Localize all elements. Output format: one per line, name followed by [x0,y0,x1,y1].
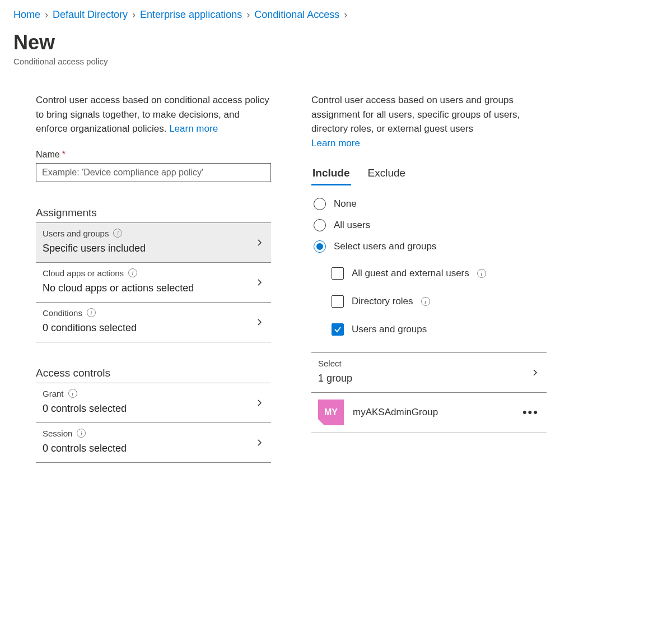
include-exclude-tabs: Include Exclude [311,164,547,185]
chevron-right-icon: › [45,9,48,21]
learn-more-link[interactable]: Learn more [169,123,218,134]
chevron-right-icon: › [246,9,250,21]
checkbox-icon [332,295,344,308]
select-summary: 1 group [318,373,540,384]
grant-item[interactable]: Grant i 0 controls selected [36,383,271,423]
grant-summary: 0 controls selected [43,403,264,415]
users-and-groups-summary: Specific users included [43,243,264,254]
chevron-right-icon: › [132,9,136,21]
breadcrumb-conditional-access[interactable]: Conditional Access [254,9,339,21]
more-icon[interactable]: ••• [522,405,539,420]
radio-select-users-groups[interactable]: Select users and groups [314,240,547,253]
radio-icon [314,240,326,253]
breadcrumb-enterprise-apps[interactable]: Enterprise applications [140,9,242,21]
info-icon[interactable]: i [421,297,430,306]
breadcrumb: Home › Default Directory › Enterprise ap… [13,9,659,21]
avatar: MY [318,400,344,425]
info-icon[interactable]: i [87,308,96,317]
chevron-right-icon [256,400,263,406]
policy-name-input[interactable] [36,163,271,182]
learn-more-link[interactable]: Learn more [311,138,360,148]
page-subtitle: Conditional access policy [13,57,659,66]
info-icon[interactable]: i [113,229,122,238]
checkbox-icon [332,267,344,280]
chevron-right-icon [256,279,263,286]
group-name: myAKSAdminGroup [353,407,438,418]
tab-exclude[interactable]: Exclude [367,164,407,185]
chevron-right-icon [532,369,539,376]
assignments-heading: Assignments [36,207,271,223]
check-users-groups[interactable]: Users and groups [332,323,547,336]
users-groups-description: Control user access based on users and g… [311,93,547,150]
session-label: Session [43,429,72,438]
radio-all-users[interactable]: All users [314,219,547,231]
policy-description: Control user access based on conditional… [36,93,271,136]
check-guest-users[interactable]: All guest and external users i [332,267,547,280]
radio-icon [314,219,326,231]
users-and-groups-label: Users and groups [43,229,109,238]
access-controls-heading: Access controls [36,367,271,383]
cloud-apps-summary: No cloud apps or actions selected [43,282,264,294]
session-summary: 0 controls selected [43,443,264,454]
radio-icon [314,198,326,210]
tab-include[interactable]: Include [311,164,351,185]
users-groups-panel: Control user access based on users and g… [311,93,547,463]
select-label: Select [318,359,540,368]
check-directory-roles[interactable]: Directory roles i [332,295,547,308]
conditions-label: Conditions [43,308,82,318]
checkbox-icon [332,323,344,336]
info-icon[interactable]: i [128,268,137,277]
info-icon[interactable]: i [68,389,77,398]
chevron-right-icon: › [344,9,347,21]
cloud-apps-label: Cloud apps or actions [43,268,124,278]
selected-group-row[interactable]: MY myAKSAdminGroup ••• [311,393,547,433]
session-item[interactable]: Session i 0 controls selected [36,423,271,463]
select-groups-button[interactable]: Select 1 group [311,353,547,393]
conditions-summary: 0 conditions selected [43,322,264,334]
chevron-right-icon [256,239,263,246]
breadcrumb-home[interactable]: Home [13,9,40,21]
info-icon[interactable]: i [77,429,86,438]
radio-none[interactable]: None [314,198,547,210]
grant-label: Grant [43,389,64,398]
chevron-right-icon [256,319,263,326]
cloud-apps-item[interactable]: Cloud apps or actions i No cloud apps or… [36,263,271,303]
users-and-groups-item[interactable]: Users and groups i Specific users includ… [36,223,271,263]
page-title: New [13,31,659,54]
conditions-item[interactable]: Conditions i 0 conditions selected [36,303,271,342]
policy-config-panel: Control user access based on conditional… [36,93,271,463]
chevron-right-icon [256,439,263,446]
breadcrumb-directory[interactable]: Default Directory [53,9,128,21]
required-asterisk: * [62,150,66,160]
info-icon[interactable]: i [477,269,486,278]
name-label: Name * [36,150,271,160]
